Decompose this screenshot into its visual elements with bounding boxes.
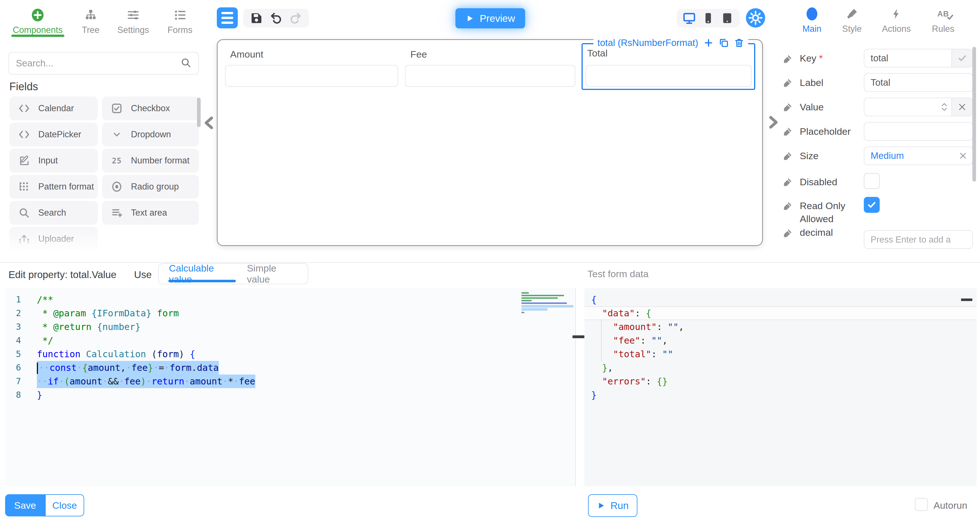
amount-field-input[interactable]	[225, 65, 398, 87]
code-line[interactable]: "total": ""	[584, 347, 977, 361]
code-line[interactable]: 4 */	[5, 334, 575, 347]
redo-icon[interactable]	[287, 10, 304, 26]
label-input[interactable]	[864, 77, 972, 88]
radio-icon	[110, 180, 124, 193]
placeholder-input[interactable]	[864, 126, 972, 137]
size-select-value[interactable]	[864, 150, 959, 161]
disabled-row-label: Disabled	[800, 177, 837, 188]
text-area-icon	[110, 206, 124, 220]
field-item-checkbox[interactable]: Checkbox	[102, 96, 199, 120]
component-search	[8, 52, 199, 75]
field-item-label: Dropdown	[131, 129, 171, 140]
desktop-icon[interactable]	[681, 10, 697, 26]
tab-style[interactable]: Style	[835, 6, 869, 34]
code-line[interactable]: {	[584, 293, 977, 307]
save-button[interactable]: Save	[5, 494, 45, 516]
search-input[interactable]	[16, 58, 180, 69]
run-button-label: Run	[611, 500, 628, 511]
fields-section-title: Fields	[10, 81, 38, 93]
code-line[interactable]: "errors": {}	[584, 375, 977, 388]
add-icon[interactable]	[703, 38, 714, 48]
edit-toolbar	[243, 9, 309, 27]
number-stepper[interactable]	[941, 103, 951, 111]
key-input[interactable]	[864, 53, 951, 64]
clear-size-icon[interactable]	[959, 152, 972, 160]
code-line[interactable]: 1/**	[5, 293, 575, 307]
copy-icon[interactable]	[719, 38, 729, 48]
edit-icon	[17, 154, 31, 168]
readonly-checkbox[interactable]	[864, 197, 880, 213]
field-item-search[interactable]: Search	[10, 201, 98, 225]
code-line[interactable]: 7··if·(amount·&&·fee)·return·amount·*·fe…	[5, 375, 575, 388]
field-item-radio-group[interactable]: Radio group	[102, 175, 199, 199]
right-panel-scrollbar[interactable]	[972, 47, 976, 182]
autorun-checkbox[interactable]	[915, 498, 928, 511]
save-icon[interactable]	[248, 10, 265, 26]
disabled-checkbox[interactable]	[864, 173, 880, 189]
number-format-icon: 25	[110, 154, 124, 168]
field-item-label: Uploader	[38, 234, 74, 244]
value-input[interactable]	[864, 102, 941, 112]
pen-icon	[782, 102, 793, 113]
collapse-left-panel-icon[interactable]	[202, 114, 216, 133]
field-item-pattern-format[interactable]: Pattern format	[10, 175, 98, 199]
total-field-input[interactable]	[585, 65, 752, 87]
minimap[interactable]	[522, 292, 573, 314]
tab-forms[interactable]: Forms	[163, 6, 197, 35]
menu-button[interactable]	[217, 7, 238, 29]
brush-icon	[835, 6, 869, 22]
code-line[interactable]: "data": {	[584, 307, 977, 320]
tablet-icon[interactable]	[719, 10, 735, 26]
code-line[interactable]: 2 * @param {IFormData} form	[5, 307, 575, 320]
run-button[interactable]: Run	[588, 494, 637, 517]
code-line[interactable]: },	[584, 361, 977, 375]
collapse-right-panel-icon[interactable]	[766, 113, 781, 132]
field-item-datepicker[interactable]: DatePicker	[10, 123, 98, 147]
code-line[interactable]: }	[584, 388, 977, 402]
tab-forms-label: Forms	[163, 25, 197, 35]
code-line[interactable]: 6··const·{amount,·fee}·=·form.data	[5, 361, 575, 375]
circle-icon	[794, 6, 830, 22]
bolt-icon	[877, 6, 916, 22]
fee-field-input[interactable]	[405, 65, 575, 87]
clear-value-icon[interactable]	[951, 98, 972, 116]
settings-gear-icon[interactable]	[746, 8, 765, 27]
tab-rules[interactable]: AB Rules	[923, 6, 963, 34]
tab-actions[interactable]: Actions	[877, 6, 916, 34]
pen-icon	[782, 177, 793, 188]
field-item-dropdown[interactable]: Dropdown	[102, 123, 199, 147]
form-builder-app: Components Tree Settings Forms Fields Ca…	[0, 0, 980, 530]
tree-icon	[76, 6, 105, 24]
field-item-input[interactable]: Input	[10, 148, 98, 172]
undo-icon[interactable]	[268, 10, 284, 26]
search-icon	[17, 206, 31, 220]
active-tab-underline	[11, 35, 64, 37]
tab-simple-value[interactable]: Simple value	[247, 263, 298, 285]
close-button[interactable]: Close	[45, 494, 84, 516]
code-line[interactable]: 5function Calculation (form) {	[5, 347, 575, 361]
size-select[interactable]	[864, 147, 973, 165]
tab-main[interactable]: Main	[794, 6, 830, 34]
code-line[interactable]: 3 * @return {number}	[5, 320, 575, 334]
tab-components[interactable]: Components	[10, 6, 66, 35]
field-item-uploader[interactable]: Uploader	[10, 227, 98, 251]
tab-tree[interactable]: Tree	[76, 6, 105, 35]
smartphone-icon[interactable]	[700, 10, 716, 26]
preview-button[interactable]: Preview	[455, 8, 525, 29]
field-item-number-format[interactable]: 25 Number format	[102, 148, 199, 172]
allowed-decimal-input[interactable]	[864, 234, 972, 245]
trash-icon[interactable]	[734, 38, 744, 48]
field-item-calendar[interactable]: Calendar	[10, 96, 98, 120]
code-line[interactable]: "fee": "",	[584, 334, 977, 347]
field-item-label: Number format	[131, 155, 189, 166]
allowed-decimal-field	[864, 230, 973, 249]
tab-settings[interactable]: Settings	[113, 6, 153, 35]
field-item-text-area[interactable]: Text area	[102, 201, 199, 225]
code-line[interactable]: 8}	[5, 388, 575, 402]
code-editor[interactable]: 1/**2 * @param {IFormData} form3 * @retu…	[5, 288, 576, 486]
tab-settings-label: Settings	[113, 25, 153, 35]
tab-rules-label: Rules	[923, 24, 963, 34]
test-data-editor[interactable]: { "data": { "amount": "", "fee": "", "to…	[584, 288, 977, 486]
code-line[interactable]: "amount": "",	[584, 320, 977, 334]
fields-scrollbar[interactable]	[197, 97, 200, 127]
